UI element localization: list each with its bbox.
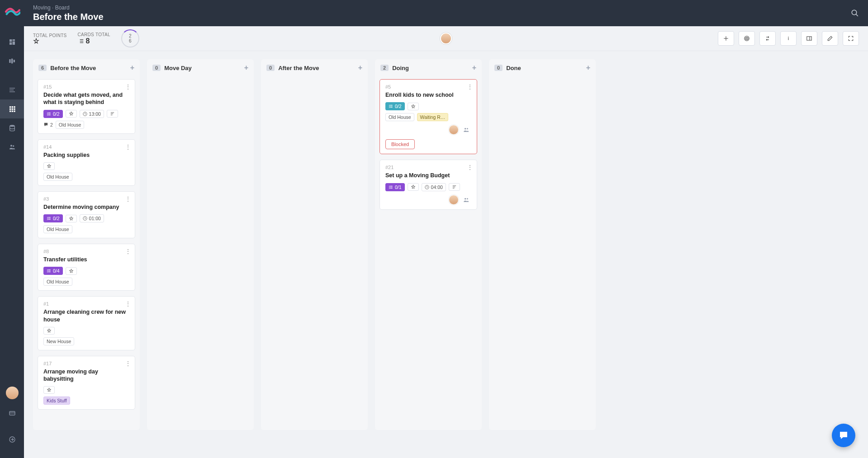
card-id: #15: [43, 84, 129, 90]
svg-rect-7: [9, 88, 15, 88]
card-menu-icon[interactable]: ⋮: [467, 164, 473, 171]
points-badge: [66, 110, 77, 118]
card-menu-icon[interactable]: ⋮: [125, 248, 131, 255]
blocked-badge: Blocked: [385, 139, 415, 149]
card-menu-icon[interactable]: ⋮: [125, 143, 131, 151]
stat-label: CARDS TOTAL: [78, 32, 110, 37]
breadcrumb[interactable]: Moving · Board: [33, 5, 104, 11]
svg-point-59: [465, 128, 466, 130]
nav-database[interactable]: [0, 118, 24, 137]
column-count: 0: [152, 65, 161, 71]
swap-icon[interactable]: [759, 31, 776, 46]
chat-fab[interactable]: [832, 424, 855, 447]
tag-badge: Old House: [43, 173, 72, 181]
nav-boards[interactable]: [0, 52, 24, 71]
column-count: 6: [38, 65, 47, 71]
stat-total-points: TOTAL POINTS: [33, 33, 67, 44]
kanban-card[interactable]: ⋮#14Packing suppliesOld House: [38, 139, 135, 186]
ring-bottom: 6: [129, 38, 132, 43]
badge-row: [43, 386, 129, 394]
nav-logout[interactable]: [0, 430, 24, 449]
svg-point-68: [465, 198, 466, 199]
board-column: 2Doing+⋮#5Enroll kids to new school 0/2O…: [375, 59, 482, 430]
nav-users[interactable]: [0, 137, 24, 156]
kanban-board: 6Before the Move+⋮#15Decide what gets mo…: [24, 51, 868, 458]
card-menu-icon[interactable]: ⋮: [125, 83, 131, 90]
svg-rect-10: [9, 106, 11, 108]
column-header: 0Done+: [489, 59, 596, 76]
column-header: 0After the Move+: [261, 59, 368, 76]
column-add-icon[interactable]: +: [358, 64, 362, 72]
column-add-icon[interactable]: +: [244, 64, 248, 72]
points-badge: [66, 215, 77, 222]
card-menu-icon[interactable]: ⋮: [125, 195, 131, 203]
svg-point-37: [746, 38, 747, 38]
topbar: Moving · Board Before the Move: [24, 0, 868, 26]
card-title: Set up a Moving Budget: [385, 172, 471, 179]
svg-rect-15: [14, 109, 15, 110]
progress-ring[interactable]: 2 6: [121, 29, 139, 47]
badge-row: [43, 327, 129, 335]
nav-card[interactable]: [0, 404, 24, 423]
column-add-icon[interactable]: +: [130, 64, 134, 72]
svg-rect-3: [12, 42, 14, 45]
badge-row: 0/4: [43, 267, 129, 275]
column-count: 2: [380, 65, 389, 71]
kanban-card[interactable]: ⋮#21Set up a Moving Budget 0/1 04:00: [379, 160, 477, 209]
tag-badge: New House: [43, 337, 74, 345]
column-add-icon[interactable]: +: [472, 64, 476, 72]
kanban-card[interactable]: ⋮#8Transfer utilities 0/4Old House: [38, 244, 135, 291]
card-assignees: [385, 125, 471, 135]
board-avatar[interactable]: [440, 33, 452, 44]
badge-row: Kids Stuff: [43, 397, 129, 405]
svg-rect-17: [11, 110, 13, 112]
target-icon[interactable]: [739, 31, 755, 46]
add-assignee-icon[interactable]: [461, 125, 471, 135]
time-badge: 04:00: [422, 183, 446, 191]
panel-icon[interactable]: [801, 31, 817, 46]
svg-rect-9: [9, 91, 15, 92]
points-badge: [408, 103, 419, 110]
user-avatar[interactable]: [6, 387, 19, 399]
nav-grid[interactable]: [0, 99, 24, 118]
kanban-card[interactable]: ⋮#3Determine moving company 0/2 01:00Old…: [38, 191, 135, 238]
board-column: 0Move Day+: [147, 59, 254, 430]
info-icon[interactable]: [780, 31, 797, 46]
kanban-card[interactable]: ⋮#5Enroll kids to new school 0/2Old Hous…: [379, 79, 477, 154]
nav-list[interactable]: [0, 80, 24, 99]
search-icon[interactable]: [851, 9, 859, 17]
badge-row: Old House: [43, 173, 129, 181]
svg-point-19: [9, 125, 14, 127]
card-menu-icon[interactable]: ⋮: [125, 360, 131, 367]
ring-top: 2: [129, 33, 132, 38]
svg-rect-1: [12, 39, 14, 41]
column-add-icon[interactable]: +: [586, 64, 590, 72]
add-assignee-icon[interactable]: [461, 195, 471, 205]
description-badge: [107, 110, 118, 118]
card-menu-icon[interactable]: ⋮: [467, 83, 473, 90]
assignee-avatar[interactable]: [449, 195, 459, 205]
card-id: #21: [385, 165, 471, 170]
svg-rect-6: [13, 60, 14, 62]
kanban-card[interactable]: ⋮#15Decide what gets moved, and what is …: [38, 79, 135, 134]
card-id: #17: [43, 361, 129, 366]
app-logo[interactable]: [4, 5, 20, 19]
card-menu-icon[interactable]: ⋮: [125, 300, 131, 307]
card-id: #1: [43, 301, 129, 307]
svg-rect-39: [788, 38, 788, 40]
kanban-card[interactable]: ⋮#17Arrange moving day babysittingKids S…: [38, 356, 135, 410]
svg-point-60: [467, 128, 468, 129]
time-badge: 01:00: [80, 214, 104, 222]
assignee-avatar[interactable]: [449, 125, 459, 135]
nav-dashboard[interactable]: [0, 33, 24, 52]
add-button[interactable]: [718, 31, 734, 46]
kanban-card[interactable]: ⋮#1Arrange cleaning crew for new houseNe…: [38, 296, 135, 350]
svg-point-20: [10, 145, 12, 146]
edit-icon[interactable]: [822, 31, 838, 46]
column-header: 6Before the Move+: [33, 59, 140, 76]
board-column: 6Before the Move+⋮#15Decide what gets mo…: [33, 59, 140, 430]
fullscreen-icon[interactable]: [843, 31, 859, 46]
svg-rect-16: [9, 110, 11, 112]
column-title: Doing: [392, 65, 409, 71]
svg-rect-11: [11, 106, 13, 108]
